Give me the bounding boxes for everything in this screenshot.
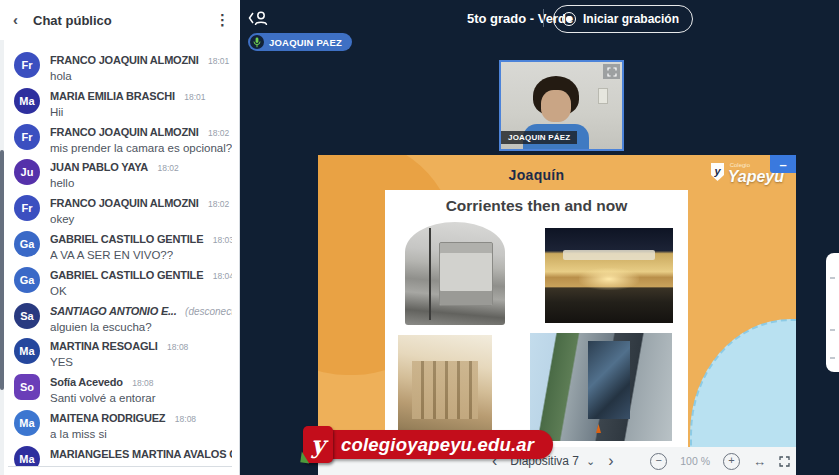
avatar: Fr [14,124,40,150]
zoom-out-button[interactable]: − [650,453,667,470]
sender-name: MARIANGELES MARTINA AVALOS C... [50,448,232,460]
slide-canvas[interactable]: Corrientes then and now [385,190,688,447]
chat-message: So Sofía Acevedo 18:08 Santi volvé a ent… [0,372,232,408]
zoom-level-value: 100 % [680,455,710,467]
app-window: hiiii Fr FRANCO JOAQUIN ALMOZNI 18:01 ho… [0,0,839,475]
webcam-background-detail [598,88,608,104]
message-time: 18:03 [213,235,232,245]
slide-photo-night-corner-building [545,228,673,323]
record-button-label: Iniciar grabación [583,12,679,26]
minimize-presentation-button[interactable]: – [770,155,796,173]
avatar: Ju [14,159,40,185]
message-text: YES [50,356,232,368]
message-time: 18:08 [175,414,196,424]
watermark-url: colegioyapeyu.edu.ar [341,434,534,456]
school-watermark: y colegioyapeyu.edu.ar [303,426,553,463]
chat-title: Chat público [33,13,112,28]
zoom-in-button[interactable]: + [723,453,740,470]
chat-message: Ga GABRIEL CASTILLO GENTILE 18:04 OK [0,265,232,301]
chat-message-list: hiiii Fr FRANCO JOAQUIN ALMOZNI 18:01 ho… [0,24,232,466]
avatar: Ga [14,231,40,257]
sender-name: MARIA EMILIA BRASCHI [50,90,175,102]
chat-scrollbar-thumb[interactable] [0,150,4,390]
slide-photo-old-corner-building [405,222,505,325]
sender-name: Sofía Acevedo [50,376,123,388]
message-text: Santi volvé a entorar [50,392,232,404]
message-text: a la miss si [50,428,232,440]
sender-name: MARTINA RESOAGLI [50,340,158,352]
avatar: So [14,374,40,400]
chat-input-divider [8,466,232,467]
avatar: Fr [14,195,40,221]
sender-name: FRANCO JOAQUIN ALMOZNI [50,126,199,138]
presentation-area: Joaquín y Colegio Yapeyú – Corrientes th… [318,155,796,447]
decorative-wave [690,319,796,447]
sender-status: (desconectado) [185,306,232,317]
avatar: Ma [14,410,40,436]
collapsed-side-panel-handle[interactable] [826,253,839,372]
student-name-heading: Joaquín [385,167,688,183]
sender-name: MAITENA RODRIGUEZ [50,412,165,424]
fit-width-button[interactable]: ↔ [753,454,766,469]
microphone-icon [250,35,264,49]
message-time: 18:02 [208,128,229,138]
chat-message: Sa SANTIAGO ANTONIO E... (desconectado) … [0,301,232,337]
slide-dropdown-icon[interactable]: ⌄ [586,455,595,468]
avatar: Ma [14,338,40,364]
avatar: Ma [14,446,40,466]
chat-scrollbar-track[interactable] [0,40,4,475]
message-text: A VA A SER EN VIVO?? [50,249,232,261]
chat-message: Fr FRANCO JOAQUIN ALMOZNI 18:02 okey [0,193,232,229]
message-time: 18:08 [167,342,188,352]
svg-text:y: y [713,165,721,177]
person-icon [258,12,264,18]
message-time: 18:02 [208,199,229,209]
chat-message: Ma MAITENA RODRIGUEZ 18:08 a la miss si [0,408,232,444]
next-slide-button[interactable]: › [606,448,615,474]
message-text: hola [50,70,232,82]
avatar: Ga [14,267,40,293]
message-text: hello [50,177,232,189]
message-text: mis prender la camara es opcional? [50,142,232,154]
message-time: 18:08 [132,378,153,388]
expand-video-icon[interactable] [603,64,620,79]
chat-message: Ma MARIANGELES MARTINA AVALOS C... 18:08… [0,444,232,466]
public-chat-panel: hiiii Fr FRANCO JOAQUIN ALMOZNI 18:01 ho… [0,0,240,475]
sender-name: FRANCO JOAQUIN ALMOZNI [50,197,199,209]
slide-photo-sepia-building [398,335,492,440]
chat-message: Ma MARIA EMILIA BRASCHI 18:01 Hii [0,86,232,122]
message-text: OK [50,285,232,297]
webcam-video-tile[interactable]: JOAQUIN PÁEZ [499,60,624,151]
message-text: Hii [50,106,232,118]
sender-name: JUAN PABLO YAYA [50,161,148,173]
slide-photo-modern-building [530,333,672,441]
watermark-logo-icon: y [303,426,333,463]
fullscreen-button[interactable] [779,456,790,467]
sender-name: FRANCO JOAQUIN ALMOZNI [50,54,199,66]
start-recording-button[interactable]: Iniciar grabación [553,5,693,33]
avatar: Sa [14,303,40,329]
topbar-divider [543,9,544,27]
shield-icon: y [710,162,725,182]
chat-header: ‹ Chat público ⋮ [0,0,240,40]
slide-title: Corrientes then and now [385,197,688,215]
chat-message: Ju JUAN PABLO YAYA 18:02 hello [0,157,232,193]
message-time: 18:02 [158,163,179,173]
active-speaker-pill[interactable]: JOAQUIN PAEZ [248,33,352,51]
sender-name: GABRIEL CASTILLO GENTILE [50,269,203,281]
chat-message: Fr FRANCO JOAQUIN ALMOZNI 18:01 hola [0,50,232,86]
chat-message: Ma MARTINA RESOAGLI 18:08 YES [0,336,232,372]
speaker-name: JOAQUIN PAEZ [269,37,342,48]
record-icon [562,12,576,26]
avatar: Ma [14,88,40,114]
sender-name: SANTIAGO ANTONIO E... [50,305,177,317]
chat-message: Ga GABRIEL CASTILLO GENTILE 18:03 A VA A… [0,229,232,265]
hide-userlist-button[interactable] [247,8,271,28]
chevron-left-icon[interactable]: ‹ [13,13,18,27]
message-time: 18:01 [208,56,229,66]
message-text: okey [50,213,232,225]
webcam-name-label: JOAQUIN PÁEZ [501,131,577,144]
kebab-menu-icon[interactable]: ⋮ [215,11,230,29]
chat-message: Fr FRANCO JOAQUIN ALMOZNI 18:02 mis pren… [0,122,232,158]
chevron-left-icon [250,13,254,23]
